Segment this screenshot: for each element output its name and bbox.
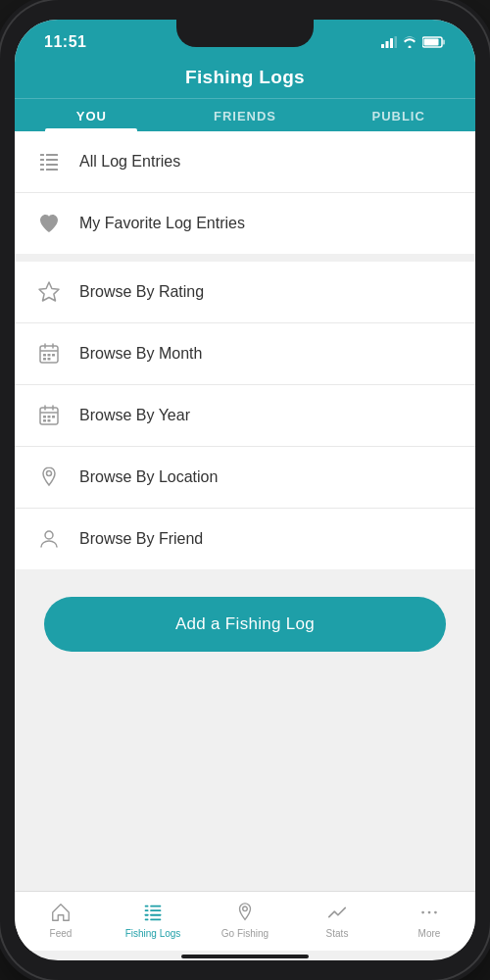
nav-item-fishing-logs[interactable]: Fishing Logs [107,900,199,939]
nav-item-more[interactable]: More [383,900,475,939]
svg-point-43 [243,906,248,911]
svg-rect-11 [40,164,44,166]
wifi-icon [402,36,417,48]
battery-icon [422,36,446,48]
menu-section-browse: Browse By Rating [15,262,475,569]
svg-rect-36 [150,906,161,907]
phone-screen: 11:51 [15,20,475,960]
menu-item-browse-by-rating[interactable]: Browse By Rating [15,262,475,323]
status-time: 11:51 [44,33,86,51]
nav-label-feed: Feed [50,928,73,939]
home-indicator [181,955,309,958]
list-icon [34,147,64,176]
svg-rect-21 [52,354,55,357]
svg-rect-22 [43,358,46,361]
svg-rect-8 [46,154,58,156]
star-icon [34,277,64,307]
svg-rect-28 [43,416,46,418]
svg-rect-31 [43,419,46,422]
svg-rect-23 [48,358,51,361]
phone-frame: 11:51 [0,0,490,980]
menu-item-browse-by-year[interactable]: Browse By Year [15,385,475,447]
nav-label-stats: Stats [326,928,349,939]
tab-you[interactable]: YOU [15,99,169,131]
person-icon [34,524,64,554]
svg-rect-40 [150,914,161,916]
dots-icon [416,900,442,925]
menu-item-browse-by-location[interactable]: Browse By Location [15,447,475,509]
bottom-nav: Feed Fishing Logs [15,891,475,951]
svg-rect-14 [46,169,58,171]
svg-point-44 [421,911,424,914]
nav-item-go-fishing[interactable]: Go Fishing [199,900,291,939]
add-fishing-log-button[interactable]: Add a Fishing Log [44,597,446,652]
svg-rect-29 [48,416,51,418]
menu-item-all-log-entries[interactable]: All Log Entries [15,131,475,193]
tab-friends[interactable]: FRIENDS [169,99,322,131]
svg-rect-37 [145,909,149,911]
nav-label-more: More [418,928,441,939]
header: Fishing Logs YOU FRIENDS PUBLIC [15,57,475,131]
svg-rect-3 [395,36,398,48]
svg-rect-12 [46,164,58,166]
browse-by-year-label: Browse By Year [79,407,190,424]
notch [176,20,314,47]
browse-by-friend-label: Browse By Friend [79,530,203,548]
signal-icon [381,36,397,48]
add-button-container: Add a Fishing Log [15,577,475,671]
svg-rect-20 [48,354,51,357]
svg-rect-7 [40,154,44,156]
svg-point-33 [47,471,52,476]
menu-item-my-favorite-log-entries[interactable]: My Favorite Log Entries [15,193,475,254]
calendar-month-icon [34,339,64,368]
menu-section-favorites: All Log Entries My Favorite Log Entries [15,131,475,254]
svg-rect-10 [46,159,58,161]
svg-rect-13 [40,169,44,171]
svg-rect-32 [48,419,51,422]
menu-item-browse-by-friend[interactable]: Browse By Friend [15,509,475,569]
tabs: YOU FRIENDS PUBLIC [15,98,475,131]
svg-rect-9 [40,159,44,161]
svg-rect-38 [150,909,161,911]
svg-rect-30 [52,416,55,418]
calendar-year-icon [34,401,64,430]
browse-by-month-label: Browse By Month [79,345,202,363]
location-icon [34,463,64,492]
nav-label-go-fishing: Go Fishing [221,928,269,939]
home-icon [48,900,74,925]
status-icons [381,36,446,48]
svg-rect-39 [145,914,149,916]
pin-icon [232,900,258,925]
svg-rect-1 [386,41,389,48]
list-lines-icon [140,900,166,925]
my-favorite-label: My Favorite Log Entries [79,215,245,232]
heart-icon [34,209,64,238]
all-log-entries-label: All Log Entries [79,153,180,171]
svg-rect-5 [443,40,446,45]
nav-item-feed[interactable]: Feed [15,900,107,939]
svg-point-34 [45,531,53,539]
svg-rect-6 [424,39,439,46]
status-bar: 11:51 [15,20,475,57]
svg-rect-19 [43,354,46,357]
content-area: All Log Entries My Favorite Log Entries [15,131,475,891]
page-title: Fishing Logs [15,63,475,98]
nav-label-fishing-logs: Fishing Logs [125,928,181,939]
browse-by-location-label: Browse By Location [79,468,218,486]
svg-rect-41 [145,918,149,920]
svg-rect-35 [145,906,149,907]
svg-point-46 [434,911,437,914]
browse-by-rating-label: Browse By Rating [79,283,204,301]
svg-rect-42 [150,918,161,920]
svg-rect-0 [381,44,384,48]
nav-item-stats[interactable]: Stats [291,900,383,939]
svg-rect-2 [390,38,393,48]
tab-public[interactable]: PUBLIC [321,99,475,131]
stats-icon [324,900,350,925]
svg-point-45 [428,911,431,914]
menu-item-browse-by-month[interactable]: Browse By Month [15,323,475,385]
